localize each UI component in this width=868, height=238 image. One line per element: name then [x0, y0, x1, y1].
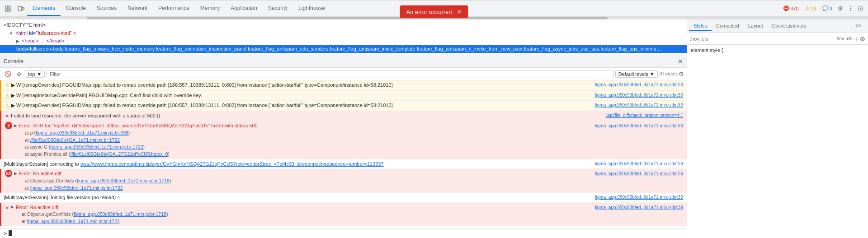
console-filter-input[interactable] [47, 70, 613, 78]
error-group-badge: 62 [5, 170, 12, 177]
more-icon[interactable]: ⋮ [846, 4, 855, 13]
message-source-link[interactable]: figma_app.050c93bfed..8d1a71.min.js:br:3… [591, 204, 683, 211]
tab-computed[interactable]: Computed [712, 21, 744, 31]
inspect-icon[interactable] [2, 5, 14, 12]
warn-icon: ⚠ [5, 82, 9, 89]
svg-rect-5 [22, 7, 24, 10]
message-source-link[interactable]: figma_app.050c93bfed..8d1a71.min.js:br:3… [591, 81, 683, 88]
tab-security[interactable]: Security [263, 1, 293, 16]
styles-hov-button[interactable]: :hov [835, 36, 844, 41]
expand-icon[interactable]: ▶ [14, 123, 17, 129]
tab-elements[interactable]: Elements [27, 1, 61, 16]
console-levels-selector[interactable]: Default levels ▼ [615, 70, 658, 78]
stack-line: at figma_app.050c93bfed..1a71.min.js:br:… [25, 185, 683, 192]
console-messages-list[interactable]: ⚠ ▶ W [remapOverrides] FGGUIDMap.cpp: fa… [0, 80, 687, 228]
message-text: ▶ W [remapOverrides] FGGUIDMap.cpp: fail… [11, 102, 591, 109]
console-message: [MultiplayerSession] Joining file versio… [0, 193, 687, 203]
tab-styles[interactable]: Styles [689, 21, 712, 31]
message-text: Error: XHR for "/api/file_diff/checkpoin… [19, 122, 591, 130]
console-filter-toggle[interactable]: ⊘ [15, 70, 23, 78]
console-settings-icon[interactable]: ⚙ [679, 70, 684, 77]
tab-console[interactable]: Console [61, 1, 91, 16]
error-badge[interactable]: ⛔ 370 [781, 5, 801, 12]
dom-head[interactable]: ▶ <head> … </head> [0, 37, 687, 45]
console-message: ⚠ ▶ W [remapOverrides] FGGUIDMap.cpp: fa… [0, 101, 687, 111]
message-source-link[interactable]: figma_app.050c93bfed..8d1a71.min.js:br:3… [591, 92, 683, 98]
tab-layout[interactable]: Layout [744, 21, 768, 31]
expand-icon[interactable]: ▶ [14, 171, 17, 177]
message-group-content: ▶ Error: XHR for "/api/file_diff/checkpo… [14, 122, 683, 158]
tab-network[interactable]: Network [122, 1, 153, 16]
tab-application[interactable]: Application [225, 1, 263, 16]
stack-line: at Object.e.getConflicts (figma_app.050c… [22, 211, 683, 218]
console-message: ✕ Failed to load resource: the server re… [0, 111, 687, 121]
levels-label: Default levels [618, 71, 648, 77]
console-message: [MultiplayerSession] connecting to wss:/… [0, 159, 687, 169]
console-message-group: 62 ▶ Error: No active diff figma_app.050… [0, 169, 687, 193]
undock-icon[interactable]: ⊡ [857, 4, 864, 13]
stack-trace: at Object.e.getConflicts (figma_app.050c… [11, 211, 683, 225]
message-text: ▶ W [remapInstanceOverridePath] FGGUIDMa… [11, 92, 591, 99]
error-icon: ✕ [5, 112, 9, 120]
console-message: ⚠ ▶ W [remapInstanceOverridePath] FGGUID… [0, 91, 687, 101]
console-title: Console [4, 58, 24, 65]
tab-performance[interactable]: Performance [153, 1, 195, 16]
console-input-area: > [0, 228, 687, 238]
tab-memory[interactable]: Memory [195, 1, 225, 16]
tab-event-listeners[interactable]: Event Listeners [768, 21, 811, 31]
tab-more[interactable]: >> [851, 21, 866, 32]
styles-body: element.style { [687, 45, 868, 238]
error-icon: ✕ [5, 204, 9, 212]
dom-tree: <!DOCTYPE html> ▼ <html id="fullscreen-h… [0, 19, 687, 55]
expand-arrow: ▼ [9, 31, 13, 36]
console-header: Console ✕ [0, 55, 687, 68]
warning-badge[interactable]: ⚠ 13 [803, 5, 818, 12]
stack-trace: at Object.e.getConflicts (figma_app.050c… [14, 177, 683, 192]
message-source-link[interactable]: figma_app.050c93bfed..8d1a71.min.js:br:3… [591, 160, 683, 167]
stack-line: at async Promise.all (/file/0LcI06GIe0b4… [25, 151, 683, 158]
device-icon[interactable] [14, 5, 27, 12]
expand-arrow: ▶ [16, 39, 19, 43]
hidden-count-badge: 3 hidden [660, 71, 677, 76]
error-group-badge: 2 [5, 122, 12, 129]
tab-lighthouse[interactable]: Lighthouse [293, 1, 330, 16]
stack-line: at p (figma_app.050c93bfed..d1a71.min.js… [25, 130, 683, 137]
stack-line: at Object.e.getConflicts (figma_app.050c… [25, 177, 683, 185]
tab-sources[interactable]: Sources [91, 1, 122, 16]
console-clear-button[interactable]: 🚫 [3, 70, 13, 78]
message-text: Error: No active diff [19, 170, 591, 177]
console-message: ⚠ ▶ W [remapOverrides] FGGUIDMap.cpp: fa… [0, 80, 687, 91]
styles-toolbar: :hov .cls + ⊕ [687, 33, 868, 45]
styles-add-button[interactable]: + [854, 35, 858, 42]
console-close-button[interactable]: ✕ [678, 58, 683, 65]
toast-close-button[interactable]: ✕ [457, 8, 462, 15]
svg-rect-4 [18, 6, 22, 11]
console-message-group: 2 ▶ Error: XHR for "/api/file_diff/check… [0, 121, 687, 159]
stack-trace: at p (figma_app.050c93bfed..d1a71.min.js… [14, 130, 683, 158]
message-source-link[interactable]: figma_app.050c93bfed..8d1a71.min.js:br:3… [591, 170, 683, 177]
left-panel: <!DOCTYPE html> ▼ <html id="fullscreen-h… [0, 19, 687, 238]
dom-doctype[interactable]: <!DOCTYPE html> [0, 21, 687, 29]
styles-cls-button[interactable]: .cls [846, 36, 853, 41]
message-source-link[interactable]: figma_app.050c93bfed..8d1a71.min.js:br:3… [591, 102, 683, 108]
error-toast: An error occurred ✕ [400, 5, 468, 18]
message-source-link[interactable]: figma_app.050c93bfed..8d1a71.min.js:br:3… [591, 122, 683, 129]
console-context-selector[interactable]: top ▼ [25, 70, 45, 78]
dom-html[interactable]: ▼ <html id="fullscreen-html" > [0, 29, 687, 37]
dom-body[interactable]: body#fullscreen-body.feature_flag_always… [0, 45, 687, 53]
stack-line: at figma_app.050c93bfed..1a71.min.js:br:… [22, 218, 683, 225]
right-panel: Styles Computed Layout Event Listeners >… [687, 19, 868, 238]
styles-filter-input[interactable] [690, 36, 834, 42]
svg-rect-1 [9, 6, 11, 8]
info-badge[interactable]: 💬 3 [820, 5, 835, 12]
style-rule-text: element.style { [691, 47, 723, 53]
levels-dropdown-arrow: ▼ [650, 71, 655, 77]
message-source-link[interactable]: figma_app.050c93bfed..8d1a71.min.js:br:3… [591, 194, 683, 201]
message-source-link[interactable]: /api/file_diff/check_gration version=4:1 [603, 112, 683, 119]
message-text: Failed to load resource: the server resp… [11, 112, 603, 120]
styles-new-rule-button[interactable]: ⊕ [860, 35, 865, 42]
warn-icon: ⚠ [5, 102, 9, 110]
gear-icon[interactable]: ⚙ [836, 4, 844, 13]
expand-icon[interactable]: ▶ [11, 204, 14, 210]
svg-rect-3 [9, 9, 11, 11]
